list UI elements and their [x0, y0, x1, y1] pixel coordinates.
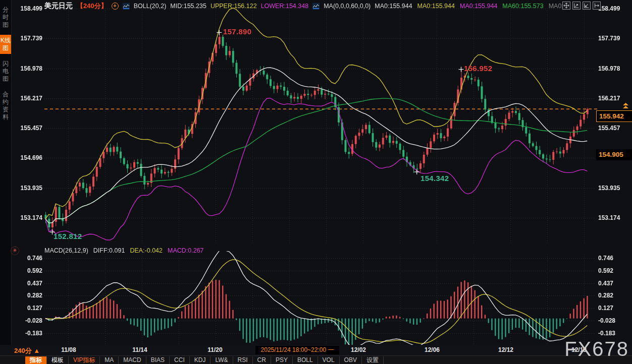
boll-label: BOLL(20,2) [134, 3, 167, 10]
price-axis-label-left: 154.696 [13, 154, 42, 161]
bottom-toolbar: 指标模板VIP指标MAMACDBIASCCIKDJLW&RSICRPSYBOLL… [0, 355, 632, 364]
sidebar-item-4[interactable]: 合约资料 [0, 89, 11, 123]
sidebar-item-1[interactable]: 分时图 [0, 4, 11, 31]
ma-value-2: MA0:155.944 [417, 3, 455, 10]
chart-canvas[interactable] [0, 0, 632, 364]
mini-chart-icon[interactable] [123, 3, 130, 10]
macd-axis-label-right: 0.746 [598, 255, 629, 262]
chart-tool-icons [562, 2, 601, 10]
ma-values: MA0:155.944MA0:155.944MA0:155.944MA60:15… [375, 3, 563, 10]
toolbar-item-KDJ[interactable]: KDJ [190, 356, 211, 364]
toolbar-item-RSI[interactable]: RSI [233, 356, 253, 364]
selected-candle-time-label: 2025/11/24 18:00~22:00 一 [255, 346, 339, 354]
symbol-title: 美元日元 [44, 2, 73, 11]
macd-macd-value: MACD:0.267 [168, 247, 204, 254]
mini-chart-icon[interactable] [312, 3, 320, 10]
price-axis-label-left: 156.217 [13, 95, 42, 102]
macd-axis-label-right: -0.183 [598, 330, 629, 337]
price-axis-label-left: 153.174 [13, 214, 42, 221]
left-sidebar: 分时图K线图闪电图合约资料 [0, 0, 12, 364]
ma-params-label: MA(0,0,0,60,0,0) [324, 3, 371, 10]
toolbar-item-VIP指标[interactable]: VIP指标 [69, 356, 100, 364]
chart-app: 分时图K线图闪电图合约资料 美元日元 【240分】 + BOLL(20,2) M… [0, 0, 632, 364]
boll-lower-value: LOWER:154.348 [261, 3, 309, 10]
boll-upper-value: UPPER:156.122 [210, 3, 257, 10]
ma-value-1: MA0:155.944 [375, 3, 412, 10]
toolbar-item-指标[interactable]: 指标 [25, 356, 47, 364]
crosshair-circle-icon[interactable]: + [112, 3, 119, 10]
date-tick-12/02: 12/02 [343, 346, 374, 353]
date-tick-12/12: 12/12 [491, 346, 521, 353]
date-tick-11/14: 11/14 [125, 346, 155, 353]
price-annotation-156.952: 156.952 [464, 64, 492, 73]
move-icon[interactable] [562, 2, 570, 10]
price-annotation-152.812: 152.812 [54, 232, 82, 240]
macd-dea-value: DEA:-0.042 [130, 247, 163, 254]
toolbar-item-BOLL[interactable]: BOLL [293, 356, 318, 364]
zoom-out-chart-icon[interactable] [583, 2, 591, 10]
period-tag: 【240分】 [77, 2, 108, 11]
price-axis-label-left: 156.978 [13, 65, 42, 72]
macd-axis-label-right: 0.127 [598, 305, 629, 312]
chart-legend: 美元日元 【240分】 + BOLL(20,2) MID:155.235 UPP… [44, 2, 563, 11]
toolbar-item-VOL[interactable]: VOL [318, 356, 340, 364]
macd-legend: MACD(26,12,9) DIFF:0.091 DEA:-0.042 MACD… [44, 247, 204, 254]
prev-price-box: 154.905 [596, 149, 632, 160]
last-price-box: 155.942 [596, 110, 632, 122]
price-axis-label-right: 155.457 [598, 125, 629, 132]
price-axis-label-left: 153.935 [13, 185, 42, 192]
macd-axis-label-left: 0.127 [13, 305, 42, 312]
toolbar-item-OBV[interactable]: OBV [340, 356, 362, 364]
toolbar-item-设置[interactable]: 设置 [362, 356, 384, 364]
watermark: FX678 [564, 338, 629, 360]
toolbar-item-LW&[interactable]: LW& [210, 356, 233, 364]
price-axis-label-right: 153.174 [598, 214, 629, 221]
price-axis-label-left: 157.739 [13, 35, 42, 42]
indicator-settings-icon[interactable]: ✳ [11, 247, 19, 255]
toolbar-item-PSY[interactable]: PSY [271, 356, 293, 364]
toolbar-item-BIAS[interactable]: BIAS [146, 356, 170, 364]
ma-value-5: MA0: [549, 3, 563, 10]
macd-axis-label-left: -0.183 [13, 330, 42, 337]
date-tick-11/20: 11/20 [200, 346, 230, 353]
price-annotation-157.890: 157.890 [223, 27, 251, 36]
price-annotation-154.342: 154.342 [420, 174, 449, 183]
sidebar-item-3[interactable]: 闪电图 [0, 58, 11, 85]
double-up-arrow-icon [622, 102, 629, 111]
price-axis-label-right: 156.217 [598, 95, 629, 102]
ma-value-4: MA60:155.573 [502, 3, 543, 10]
date-tick-11/08: 11/08 [54, 346, 84, 353]
price-axis-label-right: 153.935 [598, 185, 629, 192]
toolbar-item-MA[interactable]: MA [100, 356, 119, 364]
timeframe-selector[interactable]: 240分 ▲ [14, 346, 40, 355]
toolbar-item-CCI[interactable]: CCI [170, 356, 190, 364]
boll-mid-value: MID:155.235 [170, 3, 206, 10]
zoom-in-chart-icon[interactable] [572, 2, 581, 10]
export-icon[interactable] [593, 2, 601, 10]
toolbar-item-CR[interactable]: CR [253, 356, 271, 364]
toolbar-item-MACD[interactable]: MACD [119, 356, 146, 364]
price-axis-label-right: 156.978 [598, 65, 629, 72]
macd-axis-label-right: -0.028 [598, 317, 629, 324]
macd-axis-label-left: 0.282 [13, 292, 42, 299]
macd-axis-label-left: -0.028 [13, 317, 42, 324]
macd-axis-label-right: 0.282 [598, 292, 629, 299]
macd-axis-label-right: 0.437 [598, 280, 629, 287]
price-axis-label-left: 158.499 [13, 5, 42, 12]
price-axis-label-right: 158.499 [598, 5, 629, 12]
price-axis-label-right: 157.739 [598, 35, 629, 42]
toolbar-item-模板[interactable]: 模板 [47, 356, 69, 364]
caret-up-icon: ▲ [33, 347, 40, 354]
macd-diff-value: DIFF:0.091 [93, 247, 125, 254]
date-tick-12/06: 12/06 [417, 346, 447, 353]
ma-value-3: MA0:155.944 [460, 3, 497, 10]
price-axis-label-left: 155.457 [13, 125, 42, 132]
macd-axis-label-right: 0.592 [598, 267, 629, 274]
macd-axis-label-left: 0.746 [13, 255, 42, 262]
macd-axis-label-left: 0.592 [13, 267, 42, 274]
macd-params-label: MACD(26,12,9) [44, 247, 88, 254]
sidebar-item-2[interactable]: K线图 [0, 35, 11, 54]
macd-axis-label-left: 0.437 [13, 280, 42, 287]
